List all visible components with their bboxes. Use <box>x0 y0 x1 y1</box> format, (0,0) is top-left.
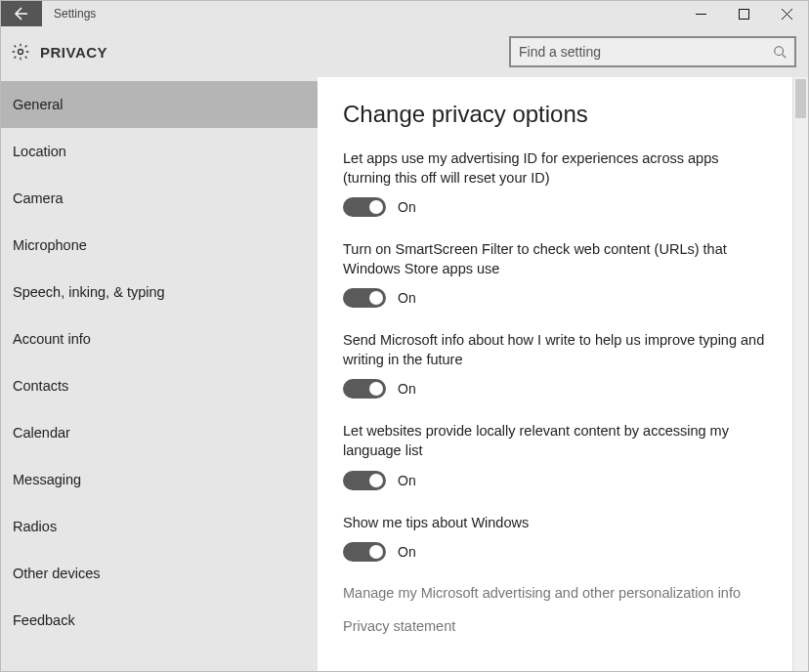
toggle-advertising-id[interactable] <box>343 197 386 217</box>
content-wrap: Change privacy options Let apps use my a… <box>318 77 808 671</box>
sidebar-item-label: Contacts <box>13 378 68 394</box>
sidebar-item-microphone[interactable]: Microphone <box>1 222 318 269</box>
toggle-knob <box>369 291 383 305</box>
toggle-knob <box>369 545 383 559</box>
sidebar-item-label: Location <box>13 144 66 159</box>
sidebar-item-camera[interactable]: Camera <box>1 175 318 222</box>
toggle-knob <box>369 200 383 214</box>
sidebar-item-other-devices[interactable]: Other devices <box>1 550 318 597</box>
svg-rect-1 <box>739 9 748 19</box>
option-smartscreen: Turn on SmartScreen Filter to check web … <box>343 240 767 308</box>
content: Change privacy options Let apps use my a… <box>318 77 792 671</box>
sidebar-item-feedback[interactable]: Feedback <box>1 597 318 644</box>
settings-window: Settings PRIVACY <box>0 0 809 672</box>
sidebar-item-label: Camera <box>13 190 64 206</box>
option-label: Turn on SmartScreen Filter to check web … <box>343 240 767 278</box>
sidebar-item-general[interactable]: General <box>1 81 318 128</box>
titlebar: Settings <box>1 1 808 26</box>
svg-point-5 <box>775 47 784 56</box>
gear-icon <box>11 42 30 62</box>
sidebar-item-label: General <box>13 97 64 112</box>
sidebar-item-calendar[interactable]: Calendar <box>1 409 318 456</box>
option-label: Let apps use my advertising ID for exper… <box>343 149 767 188</box>
sidebar-item-label: Calendar <box>13 425 70 441</box>
toggle-state: On <box>398 381 416 397</box>
sidebar-item-speech-inking-typing[interactable]: Speech, inking, & typing <box>1 269 318 315</box>
svg-point-4 <box>19 50 23 55</box>
page-title: PRIVACY <box>40 44 107 61</box>
toggle-tips[interactable] <box>343 542 386 562</box>
scrollbar-thumb[interactable] <box>795 79 806 118</box>
sidebar-item-label: Messaging <box>13 472 81 487</box>
toggle-knob <box>369 474 383 487</box>
toggle-language-list[interactable] <box>343 471 386 490</box>
maximize-button[interactable] <box>722 1 765 26</box>
sidebar-item-label: Account info <box>13 331 91 347</box>
scrollbar[interactable] <box>792 77 808 671</box>
toggle-state: On <box>398 290 416 306</box>
sidebar-item-label: Radios <box>13 519 57 534</box>
option-typing-info: Send Microsoft info about how I write to… <box>343 331 767 399</box>
option-label: Let websites provide locally relevant co… <box>343 422 767 460</box>
maximize-icon <box>739 9 749 20</box>
toggle-state: On <box>398 473 416 488</box>
app-title: Settings <box>42 1 679 26</box>
close-button[interactable] <box>765 1 808 26</box>
header: PRIVACY <box>1 26 808 77</box>
svg-line-6 <box>783 55 787 59</box>
sidebar-item-label: Speech, inking, & typing <box>13 284 165 300</box>
content-heading: Change privacy options <box>343 101 767 128</box>
sidebar-item-account-info[interactable]: Account info <box>1 315 318 362</box>
sidebar-item-label: Feedback <box>13 612 75 628</box>
option-tips: Show me tips about Windows On <box>343 514 767 563</box>
body: General Location Camera Microphone Speec… <box>1 77 808 671</box>
search-box[interactable] <box>509 36 796 67</box>
link-privacy-statement[interactable]: Privacy statement <box>343 618 767 634</box>
option-advertising-id: Let apps use my advertising ID for exper… <box>343 149 767 217</box>
close-icon <box>782 9 792 20</box>
sidebar-item-label: Other devices <box>13 566 100 581</box>
toggle-state: On <box>398 199 416 215</box>
back-button[interactable] <box>1 1 42 26</box>
sidebar-item-messaging[interactable]: Messaging <box>1 456 318 503</box>
option-language-list: Let websites provide locally relevant co… <box>343 422 767 489</box>
search-icon <box>773 45 787 59</box>
link-manage-advertising[interactable]: Manage my Microsoft advertising and othe… <box>343 585 767 601</box>
sidebar: General Location Camera Microphone Speec… <box>1 77 318 671</box>
back-arrow-icon <box>14 6 29 21</box>
toggle-smartscreen[interactable] <box>343 288 386 308</box>
sidebar-item-radios[interactable]: Radios <box>1 503 318 550</box>
toggle-typing-info[interactable] <box>343 379 386 399</box>
option-label: Send Microsoft info about how I write to… <box>343 331 767 369</box>
option-label: Show me tips about Windows <box>343 514 767 533</box>
sidebar-item-contacts[interactable]: Contacts <box>1 362 318 409</box>
sidebar-item-label: Microphone <box>13 237 87 253</box>
toggle-knob <box>369 382 383 396</box>
minimize-button[interactable] <box>679 1 722 26</box>
toggle-state: On <box>398 544 416 560</box>
sidebar-item-location[interactable]: Location <box>1 128 318 175</box>
window-controls <box>679 1 808 26</box>
minimize-icon <box>696 9 706 20</box>
search-input[interactable] <box>519 44 773 60</box>
